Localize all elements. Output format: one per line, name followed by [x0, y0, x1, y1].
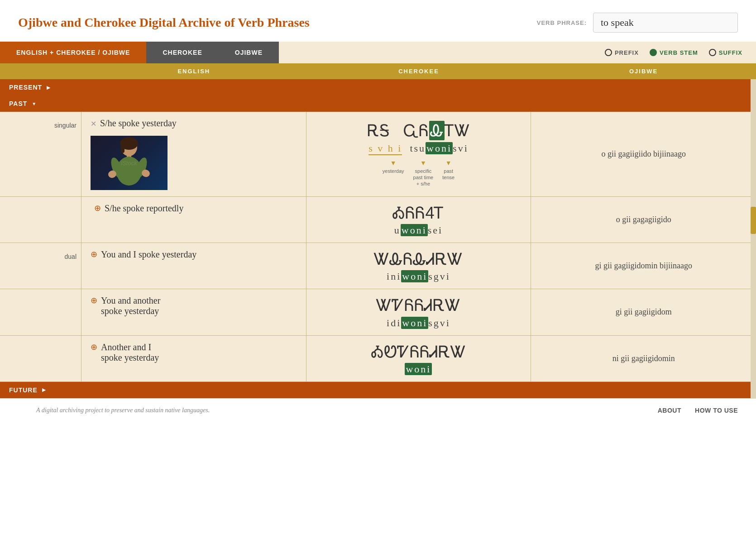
- cherokee-syllabary-2: ᏔᎲᏲᎲᏗᎡᏔ: [374, 249, 463, 269]
- legend-prefix: PREFIX: [605, 49, 639, 56]
- row-cherokee-1: ᎣᏲᏲ4Ꭲ uwonisei: [306, 197, 531, 243]
- scrollbar-track: [751, 79, 756, 398]
- english-text-3: ⊕ You and another spoke yesterday: [91, 295, 297, 316]
- section-future-label[interactable]: FUTURE ▶: [0, 382, 81, 398]
- legend-stem: VERB STEM: [650, 49, 698, 56]
- row-label-1: [0, 197, 81, 243]
- row-english-1: ⊕ S/he spoke reportedly: [81, 197, 306, 243]
- header: Ojibwe and Cherokee Digital Archive of V…: [0, 0, 756, 42]
- speaker-img-placeholder: iStock: [91, 136, 167, 190]
- row-label-3: [0, 289, 81, 335]
- cherokee-latin-4: woni: [401, 363, 436, 375]
- add-icon-4[interactable]: ⊕: [91, 342, 97, 352]
- svg-rect-2: [121, 142, 124, 153]
- how-to-use-link[interactable]: HOW TO USE: [695, 407, 738, 414]
- speaker-image-0[interactable]: iStock: [91, 136, 167, 190]
- footer-tagline: A digital archiving project to preserve …: [36, 407, 210, 414]
- row-ojibwe-4: ni gii gagiigidomin: [531, 336, 756, 381]
- suffix-circle: [709, 49, 716, 56]
- about-link[interactable]: ABOUT: [658, 407, 681, 414]
- add-icon-2[interactable]: ⊕: [91, 249, 97, 259]
- table-row: dual ⊕ You and I spoke yesterday ᏔᎲᏲᎲᏗᎡᏔ…: [0, 243, 756, 289]
- row-ojibwe-1: o gii gagagiigido: [531, 197, 756, 243]
- col-header-cherokee: CHEROKEE: [306, 63, 531, 79]
- row-english-0: ✕ S/he spoke yesterday: [81, 112, 306, 196]
- table-area: PRESENT ▶ PAST ▼ singular ✕ S/he spoke y…: [0, 79, 756, 398]
- cherokee-latin-1: uwonisei: [394, 224, 443, 236]
- row-cherokee-4: ᎣᏬᏤᏲᏲᏗᎡᏔ woni: [306, 336, 531, 381]
- section-past-label[interactable]: PAST ▼: [0, 95, 81, 112]
- cherokee-label-past-tense: ▼ pasttense: [442, 160, 455, 187]
- table-row: singular ✕ S/he spoke yesterday: [0, 112, 756, 197]
- cherokee-latin-0: s v h i tsuwonisvi: [368, 143, 469, 154]
- section-past[interactable]: PAST ▼: [0, 95, 756, 112]
- stem-label: VERB STEM: [660, 49, 698, 56]
- collapse-icon-0[interactable]: ✕: [91, 119, 96, 128]
- cherokee-syllabary-3: ᏔᏤᏲᏲᏗᎡᏔ: [376, 295, 460, 315]
- scrollbar-thumb[interactable]: [751, 207, 756, 234]
- table-row: ⊕ You and another spoke yesterday ᏔᏤᏲᏲᏗᎡ…: [0, 289, 756, 335]
- tab-english-cherokee-ojibwe[interactable]: ENGLISH + CHEROKEE / OJIBWE: [0, 42, 146, 63]
- add-icon-3[interactable]: ⊕: [91, 295, 97, 305]
- section-future[interactable]: FUTURE ▶: [0, 382, 756, 398]
- cherokee-syllabary-1: ᎣᏲᏲ4Ꭲ: [392, 203, 444, 223]
- prefix-circle: [605, 49, 612, 56]
- suffix-label: SUFFIX: [719, 49, 742, 56]
- table-row: ⊕ Another and I spoke yesterday ᎣᏬᏤᏲᏲᏗᎡᏔ…: [0, 336, 756, 382]
- cherokee-latin-2: iniwonisgvi: [387, 271, 450, 282]
- row-english-2: ⊕ You and I spoke yesterday: [81, 243, 306, 289]
- prefix-label: PREFIX: [615, 49, 639, 56]
- tabs-row: ENGLISH + CHEROKEE / OJIBWE CHEROKEE OJI…: [0, 42, 756, 63]
- cherokee-latin-3: idiwonisgvi: [387, 317, 450, 329]
- row-ojibwe-0: o gii gagiigiido bijiinaago: [531, 112, 756, 196]
- row-cherokee-3: ᏔᏤᏲᏲᏗᎡᏔ idiwonisgvi: [306, 289, 531, 335]
- tab-cherokee[interactable]: CHEROKEE: [146, 42, 218, 63]
- cherokee-label-specific: ▼ specificpast time+ s/he: [413, 160, 434, 187]
- watermark-text: iStock: [121, 160, 137, 167]
- row-label-dual: dual: [0, 243, 81, 289]
- stem-circle: [650, 49, 657, 56]
- header-right: VERB PHRASE:: [537, 13, 738, 33]
- col-header-english: ENGLISH: [81, 63, 306, 79]
- verb-phrase-input[interactable]: [593, 13, 738, 33]
- row-ojibwe-3: gi gii gagiigidom: [531, 289, 756, 335]
- row-cherokee-0: ᎡᎦ ᏩᏲᎲᎢᏔ s v h i tsuwonisvi ▼ yesterday …: [306, 112, 531, 196]
- cherokee-labels-0: ▼ yesterday ▼ specificpast time+ s/he ▼ …: [383, 160, 455, 187]
- section-present-label[interactable]: PRESENT ▶: [0, 79, 81, 95]
- cherokee-syllabary-0: ᎡᎦ ᏩᏲᎲᎢᏔ: [367, 121, 469, 140]
- table-row: ⊕ S/he spoke reportedly ᎣᏲᏲ4Ꭲ uwonisei o…: [0, 197, 756, 243]
- cherokee-label-yesterday: ▼ yesterday: [383, 160, 404, 187]
- verb-phrase-label: VERB PHRASE:: [537, 19, 587, 26]
- english-text-1: ⊕ S/he spoke reportedly: [91, 203, 297, 214]
- row-label-4: [0, 336, 81, 381]
- row-english-4: ⊕ Another and I spoke yesterday: [81, 336, 306, 381]
- row-cherokee-2: ᏔᎲᏲᎲᏗᎡᏔ iniwonisgvi: [306, 243, 531, 289]
- future-arrow-icon: ▶: [42, 387, 46, 392]
- english-text-0: ✕ S/he spoke yesterday: [91, 118, 297, 129]
- row-ojibwe-2: gi gii gagiigidomin bijiinaago: [531, 243, 756, 289]
- row-label-singular: singular: [0, 112, 81, 196]
- present-arrow-icon: ▶: [47, 85, 51, 90]
- page-title: Ojibwe and Cherokee Digital Archive of V…: [18, 15, 310, 30]
- row-english-3: ⊕ You and another spoke yesterday: [81, 289, 306, 335]
- section-present[interactable]: PRESENT ▶: [0, 79, 756, 95]
- english-text-2: ⊕ You and I spoke yesterday: [91, 249, 297, 260]
- tabs-legend: PREFIX VERB STEM SUFFIX: [605, 42, 756, 63]
- legend-suffix: SUFFIX: [709, 49, 742, 56]
- col-header-ojibwe: OJIBWE: [531, 63, 756, 79]
- english-text-4: ⊕ Another and I spoke yesterday: [91, 342, 297, 363]
- column-headers: ENGLISH CHEROKEE OJIBWE: [0, 63, 756, 79]
- cherokee-syllabary-4: ᎣᏬᏤᏲᏲᏗᎡᏔ: [371, 342, 466, 362]
- add-icon-1[interactable]: ⊕: [94, 203, 101, 213]
- past-arrow-icon: ▼: [32, 101, 37, 106]
- tab-ojibwe[interactable]: OJIBWE: [219, 42, 279, 63]
- footer: A digital archiving project to preserve …: [0, 398, 756, 422]
